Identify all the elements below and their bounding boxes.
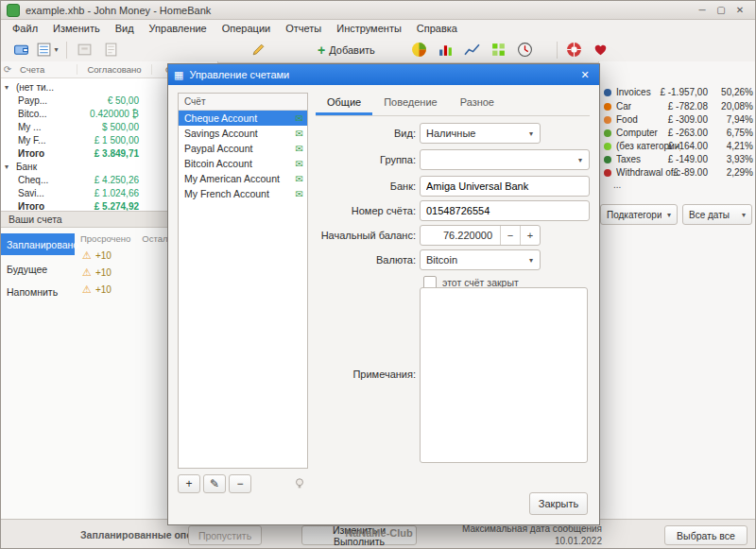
close-button[interactable]: Закрыть: [529, 492, 588, 515]
window-titlebar[interactable]: example.xhb - John Money - HomeBank ─ ▢ …: [1, 1, 755, 20]
column-accounts[interactable]: Счета: [14, 64, 77, 75]
max-date-info: Максимальная дата сообщения 10.01.2022: [451, 523, 602, 547]
dialog-close-icon[interactable]: ✕: [576, 69, 593, 81]
tab-remind[interactable]: Напомнить: [1, 283, 75, 301]
remove-account-button[interactable]: −: [229, 474, 251, 493]
tab-general[interactable]: Общие: [316, 93, 372, 115]
bank-input[interactable]: [421, 177, 589, 196]
add-transaction-button[interactable]: + Добавить: [310, 40, 383, 60]
type-label: Вид:: [310, 128, 416, 139]
list-item-my-american-account[interactable]: My American Account ✉: [179, 171, 307, 186]
category-percent: 50,26%: [721, 87, 753, 97]
toolbar: ▾ + Добавить: [1, 37, 755, 63]
currency-dropdown[interactable]: Bitcoin ▾: [420, 249, 541, 270]
account-name: My ...: [18, 122, 77, 132]
dialog-tabs: Общие Поведение Разное: [316, 93, 590, 116]
category-row[interactable]: (без категории) £ -164.00 4,21%: [604, 140, 753, 152]
tab-behavior[interactable]: Поведение: [372, 93, 449, 115]
list-item-cheque-account[interactable]: Cheque Account ✉: [179, 111, 307, 126]
category-percent: 7,94%: [727, 114, 753, 125]
menu-view[interactable]: Вид: [108, 22, 142, 35]
expander-icon[interactable]: ▾: [5, 163, 9, 171]
trendtime-toolbar-button[interactable]: [434, 40, 458, 60]
menu-tools[interactable]: Инструменты: [329, 22, 409, 35]
notes-textarea[interactable]: [420, 287, 588, 463]
register-toolbar-button[interactable]: ▾: [35, 40, 60, 60]
list-item-paypal-account[interactable]: Paypal Account ✉: [179, 141, 307, 156]
menu-edit[interactable]: Изменить: [45, 22, 108, 35]
menu-file[interactable]: Файл: [5, 22, 45, 35]
expander-icon[interactable]: ▾: [5, 83, 9, 92]
category-amount: £ -782.08: [668, 101, 708, 112]
category-row[interactable]: Withdrawal of cash £ -89.00 2,29%: [604, 166, 753, 179]
group-dropdown[interactable]: ▾: [420, 149, 590, 170]
tab-future-label: Будущее: [7, 264, 47, 275]
refresh-icon[interactable]: ⟳: [1, 64, 14, 75]
scheduled-row[interactable]: ⚠ +10: [82, 283, 112, 296]
dropdown-arrow-icon[interactable]: ▾: [54, 45, 58, 54]
category-row[interactable]: Taxes £ -149.00 3,93%: [604, 153, 753, 165]
dates-dropdown[interactable]: Все даты ▾: [682, 204, 752, 225]
max-date-value: 10.01.2022: [451, 535, 602, 547]
envelope-icon: ✉: [296, 144, 303, 154]
edit-toolbar-button[interactable]: [246, 40, 270, 60]
help-toolbar-button[interactable]: [562, 40, 587, 60]
envelope-icon: ✉: [296, 189, 303, 199]
spinner-increment-button[interactable]: +: [520, 226, 540, 245]
menu-reports[interactable]: Отчеты: [278, 22, 329, 35]
subcategory-dropdown[interactable]: Подкатегория ▾: [600, 204, 678, 225]
tab-misc[interactable]: Разное: [449, 93, 506, 115]
add-account-button[interactable]: +: [178, 474, 200, 493]
pencil-icon: [250, 42, 266, 58]
account-list-header[interactable]: Счёт: [179, 94, 307, 111]
balance-toolbar-button[interactable]: [460, 40, 485, 60]
menu-manage[interactable]: Управление: [142, 22, 215, 35]
category-row[interactable]: Invoices £ -1.957,00 50,26%: [604, 86, 753, 98]
tab-scheduled[interactable]: Запланировано: [1, 233, 75, 255]
list-item-savings-account[interactable]: Savings Account ✉: [179, 126, 307, 141]
close-icon[interactable]: ✕: [730, 3, 749, 18]
minimize-icon[interactable]: ─: [693, 3, 712, 18]
skip-button[interactable]: Пропустить: [188, 525, 262, 545]
category-row[interactable]: Car £ -782.08 20,08%: [604, 100, 753, 112]
column-reconciled[interactable]: Согласовано: [77, 64, 152, 75]
donate-toolbar-button[interactable]: [589, 40, 613, 60]
app-icon: [7, 4, 20, 17]
select-all-button[interactable]: Выбрать все: [664, 525, 747, 545]
scheduled-row[interactable]: ⚠ +10: [82, 249, 112, 262]
tab-remind-label: Напомнить: [7, 286, 58, 298]
menu-transactions[interactable]: Операции: [215, 22, 278, 35]
category-color-dot: [604, 143, 611, 150]
category-color-dot: [604, 169, 611, 177]
scheduled-row[interactable]: ⚠ +10: [82, 266, 112, 279]
menu-help[interactable]: Справка: [409, 22, 465, 35]
account-group-name: (нет ти...: [16, 82, 75, 93]
account-number-input[interactable]: [421, 201, 589, 220]
type-dropdown[interactable]: Наличные ▾: [420, 123, 541, 144]
accounts-toolbar-button[interactable]: [9, 40, 33, 60]
account-list-actions: + ✎ −: [178, 474, 308, 495]
wallet-icon: [13, 42, 29, 58]
maximize-icon[interactable]: ▢: [712, 3, 730, 18]
list-item-bitcoin-account[interactable]: Bitcoin Account ✉: [179, 156, 307, 171]
vehiclecost-toolbar-button[interactable]: [513, 40, 538, 60]
account-name: Bitco...: [18, 109, 77, 119]
column-overdue[interactable]: Просрочено: [80, 233, 130, 244]
spinner-decrement-button[interactable]: −: [500, 226, 520, 245]
edit-account-button[interactable]: ✎: [203, 474, 226, 493]
initial-balance-spinner[interactable]: 76.220000 − +: [420, 225, 541, 246]
chevron-down-icon: ▾: [523, 256, 540, 265]
archive-toolbar-button[interactable]: [72, 40, 96, 60]
category-row[interactable]: Food £ -309.00 7,94%: [604, 113, 753, 126]
subcategory-dropdown-value: Подкатегория: [601, 210, 662, 220]
dialog-titlebar[interactable]: ▦ Управление счетами ✕: [168, 64, 599, 85]
warning-icon: ⚠: [82, 249, 92, 262]
budget-toolbar-button[interactable]: [487, 40, 511, 60]
plus-icon: +: [318, 43, 325, 57]
list-item-my-french-account[interactable]: My French Account ✉: [179, 186, 307, 201]
statistics-toolbar-button[interactable]: [407, 40, 432, 60]
tab-future[interactable]: Будущее: [1, 260, 75, 279]
account-group-name: Банк: [16, 162, 75, 172]
category-row[interactable]: Computer £ -263.00 6,75%: [604, 127, 753, 139]
template-toolbar-button[interactable]: [98, 40, 123, 60]
